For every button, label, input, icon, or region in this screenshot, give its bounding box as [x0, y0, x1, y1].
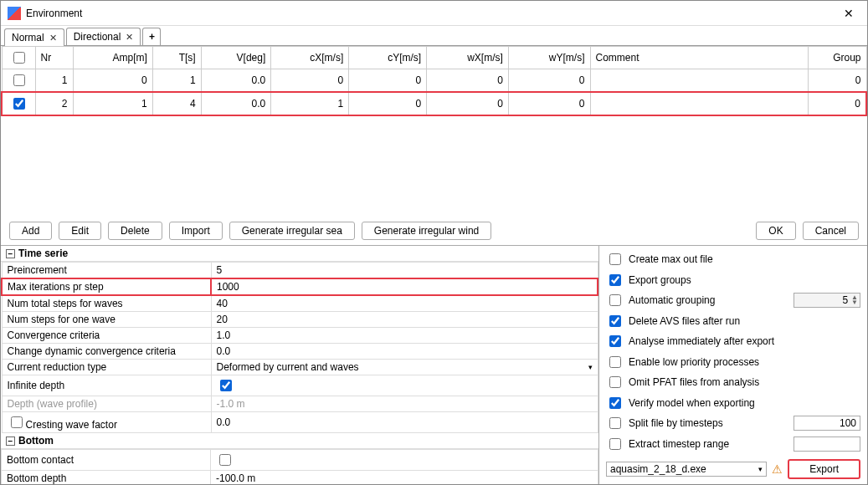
property-value[interactable]: -100.0 m — [216, 472, 255, 484]
add-button[interactable]: Add — [9, 222, 52, 240]
verify-model-checkbox[interactable] — [609, 397, 621, 409]
exe-dropdown[interactable]: aquasim_2_18_d.exe▾ — [606, 462, 767, 477]
close-icon[interactable]: ✕ — [837, 5, 860, 22]
property-label: Infinite depth — [2, 375, 211, 396]
property-pre-checkbox[interactable] — [11, 416, 23, 428]
property-value[interactable]: 1000 — [217, 281, 239, 293]
option-label: Enable low priority processes — [629, 356, 759, 368]
cell-wy[interactable]: 0 — [508, 92, 590, 115]
delete-avs-checkbox[interactable] — [609, 315, 621, 327]
automatic-grouping-checkbox[interactable] — [609, 294, 621, 306]
property-value[interactable]: 1.0 — [217, 329, 231, 341]
col-cx[interactable]: cX[m/s] — [271, 47, 349, 69]
cell-wy[interactable]: 0 — [508, 69, 590, 93]
property-value-cell[interactable]: 0.0 — [211, 412, 598, 433]
collapse-icon[interactable]: − — [6, 436, 15, 446]
cell-t[interactable]: 1 — [152, 69, 201, 93]
col-comment[interactable]: Comment — [590, 47, 808, 69]
ok-button[interactable]: OK — [756, 222, 795, 240]
cell-nr[interactable]: 1 — [35, 69, 73, 93]
cell-group[interactable]: 0 — [808, 92, 866, 115]
property-row: Preincrement5 — [2, 263, 598, 279]
property-value-cell[interactable]: 1.0 — [211, 328, 598, 344]
table-row[interactable]: 1010.000000 — [2, 69, 866, 93]
property-value[interactable]: 0.0 — [217, 416, 231, 428]
analyse-after-checkbox[interactable] — [609, 335, 621, 347]
low-priority-checkbox[interactable] — [609, 356, 621, 368]
tab-normal[interactable]: Normal ✕ — [4, 28, 64, 46]
property-value[interactable]: 40 — [217, 298, 228, 309]
col-group[interactable]: Group — [808, 47, 866, 69]
extract-range-input[interactable] — [794, 436, 860, 452]
extract-range-checkbox[interactable] — [609, 438, 621, 450]
split-file-input[interactable] — [794, 416, 860, 431]
import-button[interactable]: Import — [169, 222, 223, 240]
close-icon[interactable]: ✕ — [49, 33, 57, 43]
property-value-cell[interactable]: 1000 — [211, 278, 598, 295]
create-max-out-checkbox[interactable] — [609, 253, 621, 265]
collapse-icon[interactable]: − — [6, 249, 15, 258]
generate-sea-button[interactable]: Generate irregular sea — [229, 222, 355, 240]
property-value-cell[interactable]: -1.0 m — [211, 396, 598, 412]
col-v[interactable]: V[deg] — [201, 47, 271, 69]
cell-v[interactable]: 0.0 — [201, 92, 271, 115]
property-value-cell[interactable]: -100.0 m — [211, 471, 598, 485]
row-checkbox[interactable] — [13, 74, 25, 86]
cell-nr[interactable]: 2 — [35, 92, 73, 115]
bottom-header[interactable]: − Bottom — [1, 433, 598, 449]
col-wy[interactable]: wY[m/s] — [508, 47, 590, 69]
col-amp[interactable]: Amp[m] — [73, 47, 152, 69]
chevron-down-icon[interactable]: ▾ — [588, 363, 593, 371]
property-value-cell[interactable]: 40 — [211, 295, 598, 312]
cell-amp[interactable]: 1 — [73, 92, 152, 115]
cell-wx[interactable]: 0 — [427, 69, 509, 93]
cell-t[interactable]: 4 — [152, 92, 201, 115]
omit-pfat-checkbox[interactable] — [609, 376, 621, 388]
property-value[interactable]: 0.0 — [217, 345, 231, 357]
table-row[interactable]: 2140.010000 — [2, 92, 866, 115]
cell-comment[interactable] — [590, 92, 808, 115]
property-label: Depth (wave profile) — [2, 396, 211, 412]
option-label: Analyse immediately after export — [629, 335, 774, 347]
cell-v[interactable]: 0.0 — [201, 69, 271, 93]
property-value-cell[interactable]: 5 — [211, 263, 598, 279]
cell-amp[interactable]: 0 — [73, 69, 152, 93]
property-checkbox[interactable] — [219, 454, 231, 466]
cell-group[interactable]: 0 — [808, 69, 866, 93]
property-value-cell[interactable]: 0.0 — [211, 344, 598, 360]
export-button[interactable]: Export — [788, 459, 860, 479]
cell-cy[interactable]: 0 — [349, 92, 427, 115]
cancel-button[interactable]: Cancel — [803, 222, 859, 240]
split-file-checkbox[interactable] — [609, 417, 621, 429]
select-all-checkbox[interactable] — [13, 52, 25, 64]
property-value[interactable]: 5 — [217, 264, 223, 276]
property-value-cell[interactable]: 20 — [211, 312, 598, 328]
tab-add[interactable]: + — [142, 28, 161, 45]
col-wx[interactable]: wX[m/s] — [427, 47, 509, 69]
grouping-spinner[interactable]: 5▲▼ — [794, 293, 860, 308]
property-value[interactable]: Deformed by current and waves — [217, 361, 359, 373]
property-value-cell[interactable] — [211, 450, 598, 471]
cell-cy[interactable]: 0 — [349, 69, 427, 93]
cell-comment[interactable] — [590, 69, 808, 93]
cell-wx[interactable]: 0 — [427, 92, 509, 115]
property-value-cell[interactable]: Deformed by current and waves▾ — [211, 360, 598, 375]
col-cy[interactable]: cY[m/s] — [349, 47, 427, 69]
property-value-cell[interactable] — [211, 375, 598, 396]
cell-cx[interactable]: 1 — [271, 92, 349, 115]
row-checkbox[interactable] — [13, 98, 25, 110]
delete-button[interactable]: Delete — [108, 222, 162, 240]
property-value[interactable]: 20 — [217, 314, 228, 325]
close-icon[interactable]: ✕ — [126, 32, 133, 43]
cell-cx[interactable]: 0 — [271, 69, 349, 93]
property-checkbox[interactable] — [220, 380, 232, 391]
time-serie-header[interactable]: − Time serie — [1, 246, 598, 262]
col-t[interactable]: T[s] — [152, 47, 201, 69]
col-check — [2, 47, 35, 69]
property-value[interactable]: -1.0 m — [217, 398, 245, 410]
tab-directional[interactable]: Directional ✕ — [66, 28, 141, 45]
col-nr[interactable]: Nr — [35, 47, 73, 69]
generate-wind-button[interactable]: Generate irregular wind — [362, 222, 491, 240]
edit-button[interactable]: Edit — [59, 222, 101, 240]
export-groups-checkbox[interactable] — [609, 274, 621, 286]
